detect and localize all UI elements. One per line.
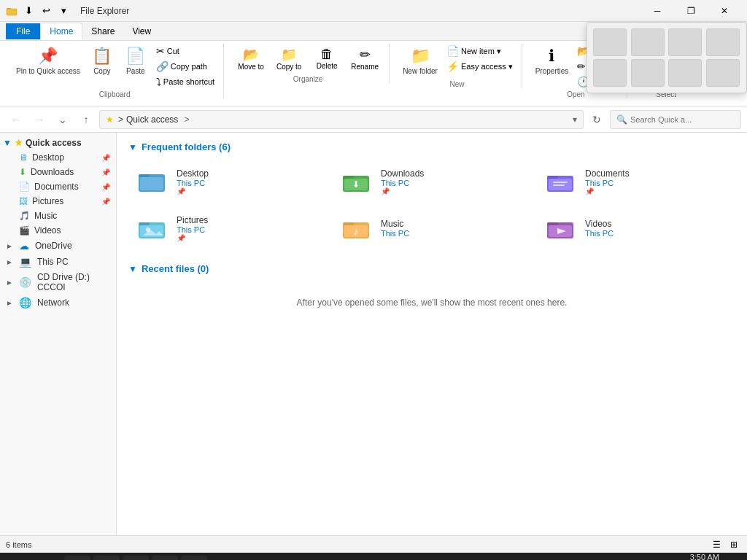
- nav-forward-button[interactable]: →: [29, 109, 50, 130]
- new-folder-button[interactable]: 📁 New folder: [398, 44, 442, 79]
- properties-icon: ℹ: [549, 47, 554, 66]
- delete-label: Delete: [317, 62, 338, 70]
- taskbar-file-explorer-button[interactable]: [123, 556, 149, 560]
- desktop-folder-info: Desktop This PC 📌: [177, 168, 209, 195]
- new-group: 📁 New folder 📄 New item ▾ ⚡ Easy access …: [392, 44, 522, 88]
- rename-icon: ✏: [360, 47, 371, 63]
- nav-back-button[interactable]: ←: [6, 109, 26, 130]
- tab-file[interactable]: File: [6, 23, 40, 39]
- content-area: ▼ Frequent folders (6) Desktop: [117, 133, 747, 535]
- sidebar-item-documents[interactable]: 📄 Documents 📌: [0, 179, 116, 194]
- new-item-label: New item: [461, 47, 495, 55]
- pictures-location: This PC: [177, 225, 208, 234]
- large-icons-view-button[interactable]: ⊞: [727, 537, 741, 552]
- paste-button[interactable]: 📄 Paste: [120, 44, 152, 79]
- section-chevron-icon: ▼: [128, 142, 137, 152]
- expand-right-icon: ►: [6, 258, 13, 266]
- recent-files-header[interactable]: ▼ Recent files (0): [128, 263, 735, 274]
- copy-button[interactable]: 📋 Copy: [86, 44, 118, 79]
- title-bar: ⬇ ↩ ▾ File Explorer ─ ❐ ✕: [0, 0, 747, 22]
- properties-button[interactable]: ℹ Properties: [531, 44, 573, 79]
- cut-icon: ✂: [156, 45, 165, 57]
- frequent-folders-header[interactable]: ▼ Frequent folders (6): [128, 141, 735, 152]
- thumbnail-2[interactable]: [631, 28, 665, 56]
- videos-folder-info: Videos This PC: [585, 219, 614, 238]
- easy-access-arrow: ▾: [508, 62, 513, 71]
- nav-recent-button[interactable]: ⌄: [53, 109, 73, 130]
- new-folder-icon: 📁: [411, 47, 430, 66]
- sidebar-quick-access-section[interactable]: ▼ ★ Quick access: [0, 136, 116, 150]
- refresh-button[interactable]: ↻: [587, 109, 607, 130]
- new-item-button[interactable]: 📄 New item ▾: [444, 44, 516, 58]
- tab-view[interactable]: View: [123, 23, 160, 39]
- close-button[interactable]: ✕: [708, 0, 741, 22]
- svg-rect-1: [7, 9, 17, 15]
- thumbnail-6[interactable]: [631, 59, 665, 87]
- copy-to-button[interactable]: 📁 Copy to: [271, 44, 307, 74]
- copy-path-button[interactable]: 🔗 Copy path: [153, 59, 217, 74]
- address-path[interactable]: ★ > Quick access > ▾: [99, 110, 584, 129]
- tab-share[interactable]: Share: [82, 23, 123, 39]
- move-to-button[interactable]: 📂 Move to: [233, 44, 269, 74]
- documents-folder-info: Documents This PC 📌: [585, 168, 630, 195]
- folder-downloads[interactable]: ⬇ Downloads This PC 📌: [333, 161, 531, 202]
- sidebar-item-downloads[interactable]: ⬇ Downloads 📌: [0, 165, 116, 179]
- copy-icon: 📋: [92, 47, 112, 66]
- qat-dropdown[interactable]: ▾: [55, 3, 71, 19]
- taskbar-widgets-button[interactable]: [93, 556, 120, 560]
- paste-shortcut-button[interactable]: ⤵ Paste shortcut: [153, 74, 217, 89]
- sidebar-item-videos[interactable]: 🎬 Videos: [0, 223, 116, 238]
- notification-button[interactable]: 🔔: [724, 556, 741, 560]
- search-box[interactable]: 🔍: [610, 110, 741, 129]
- sidebar-item-music[interactable]: 🎵 Music: [0, 209, 116, 223]
- details-view-button[interactable]: ☰: [709, 537, 724, 552]
- cut-button[interactable]: ✂ Cut: [153, 44, 217, 58]
- rename-button[interactable]: ✏ Rename: [347, 44, 383, 74]
- svg-rect-7: [343, 176, 354, 179]
- path-chevron-icon: >: [184, 114, 189, 125]
- thispc-icon: 💻: [19, 256, 31, 268]
- status-view-controls: ☰ ⊞: [709, 537, 741, 552]
- taskbar-task-view-button[interactable]: [64, 556, 90, 560]
- restore-button[interactable]: ❐: [674, 0, 708, 22]
- clipboard-label: Clipboard: [99, 89, 131, 98]
- delete-button[interactable]: 🗑 Delete: [309, 44, 345, 73]
- sidebar-item-desktop[interactable]: 🖥 Desktop 📌: [0, 150, 116, 165]
- thumbnail-3[interactable]: [668, 28, 702, 56]
- start-button[interactable]: [6, 556, 32, 560]
- delete-icon: 🗑: [320, 47, 333, 62]
- folder-videos[interactable]: Videos This PC: [537, 208, 735, 249]
- folder-desktop[interactable]: Desktop This PC 📌: [128, 161, 327, 202]
- qat-btn-2[interactable]: ↩: [38, 3, 54, 19]
- thumbnail-4[interactable]: [706, 28, 740, 56]
- sidebar-cddrive-section[interactable]: ► 💿 CD Drive (D:) CCCOI: [0, 270, 116, 295]
- pin-to-quick-access-button[interactable]: 📌 Pin to Quick access: [12, 44, 85, 79]
- qat-btn-1[interactable]: ⬇: [20, 3, 36, 19]
- easy-access-button[interactable]: ⚡ Easy access ▾: [444, 59, 516, 74]
- pin-small-icon: 📌: [101, 168, 110, 176]
- nav-up-button[interactable]: ↑: [76, 109, 96, 130]
- svg-rect-20: [343, 222, 354, 225]
- taskbar-edge-button[interactable]: [152, 556, 178, 560]
- taskbar-store-button[interactable]: S: [181, 556, 207, 560]
- sidebar-network-section[interactable]: ► 🌐 Network: [0, 295, 116, 311]
- thumbnail-1[interactable]: [593, 28, 627, 56]
- sidebar-onedrive-section[interactable]: ► ☁ OneDrive: [0, 238, 116, 254]
- tray-clock[interactable]: 3:50 AM Friday 6/18/2021: [684, 552, 719, 560]
- new-buttons: 📁 New folder 📄 New item ▾ ⚡ Easy access …: [398, 44, 516, 79]
- sidebar-item-pictures[interactable]: 🖼 Pictures 📌: [0, 194, 116, 209]
- svg-rect-4: [139, 174, 150, 177]
- folder-music[interactable]: ♪ Music This PC: [333, 208, 531, 249]
- quick-access-toolbar: ⬇ ↩ ▾: [20, 3, 71, 19]
- sidebar-thispc-section[interactable]: ► 💻 This PC: [0, 254, 116, 270]
- folder-pictures[interactable]: Pictures This PC 📌: [128, 208, 327, 249]
- folder-documents[interactable]: Documents This PC 📌: [537, 161, 735, 202]
- thumbnail-8[interactable]: [706, 59, 740, 87]
- thumbnail-5[interactable]: [593, 59, 627, 87]
- tab-home[interactable]: Home: [40, 23, 82, 40]
- thumbnail-7[interactable]: [668, 59, 702, 87]
- window-title: File Explorer: [80, 6, 129, 16]
- search-input[interactable]: [630, 115, 735, 124]
- taskbar-search-button[interactable]: [35, 556, 61, 560]
- minimize-button[interactable]: ─: [640, 0, 674, 22]
